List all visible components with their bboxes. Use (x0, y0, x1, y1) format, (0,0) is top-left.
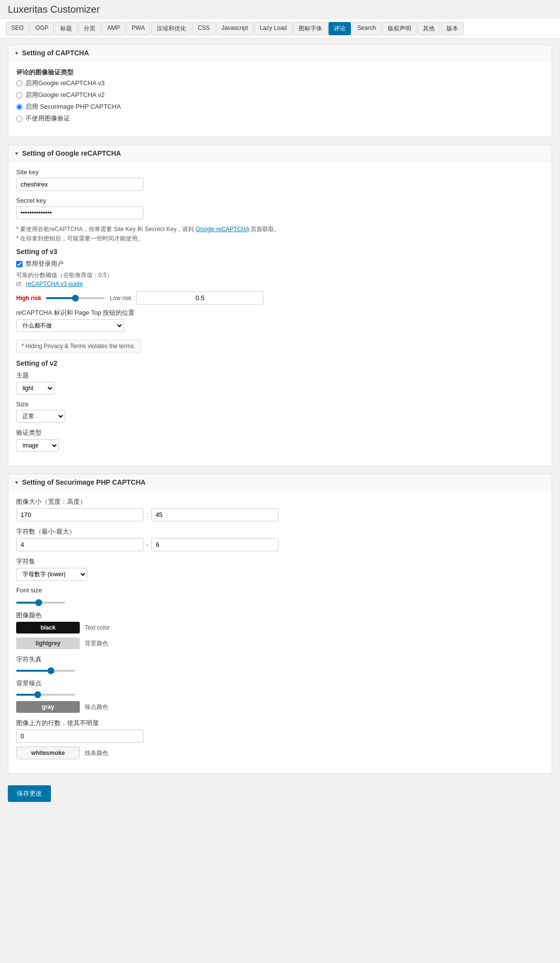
tab-css[interactable]: CSS (192, 22, 215, 35)
line-color-label: 线条颜色 (85, 749, 108, 757)
tab-iconfont[interactable]: 图标字体 (293, 22, 327, 35)
recaptcha-note1: * 要使用谷歌reCAPTCHA，你将需要 Site Key 和 Secrect… (16, 225, 544, 234)
securimage-section-title: Setting of Securimage PHP CAPTCHA (22, 478, 146, 486)
captcha-radio-securimage[interactable] (16, 104, 23, 110)
verify-type-label: 验证类型 (16, 428, 544, 437)
bg-color-swatch[interactable]: lightgrey (16, 637, 80, 649)
bg-color-label: 背景颜色 (85, 639, 108, 648)
char-max-input[interactable] (151, 538, 279, 551)
footer-actions: 保存更改 (8, 781, 552, 802)
tab-javascript[interactable]: Javascript (216, 22, 254, 35)
noise-slider[interactable] (16, 694, 75, 696)
recaptcha-link[interactable]: Google reCAPTCHA (196, 226, 249, 233)
image-color-group: 图像颜色 black Text color lightgrey 背景颜色 (16, 611, 544, 649)
font-size-slider-container (16, 598, 544, 605)
captcha-radio-recaptcha-v2[interactable] (16, 92, 23, 98)
tab-lazyload[interactable]: Lazy Load (255, 22, 292, 35)
position-dropdown[interactable]: 什么都不做 隐藏 (16, 319, 124, 332)
font-size-group: Font size (16, 587, 544, 605)
secret-key-input[interactable] (16, 206, 143, 219)
tab-pagination[interactable]: 分页 (78, 22, 101, 35)
captcha-option-recaptcha-v2[interactable]: 启用Google reCAPTCHA v2 (16, 91, 544, 99)
captcha-option-recaptcha-v3[interactable]: 启用Google reCAPTCHA v3 (16, 79, 544, 88)
position-label: reCAPTCHA 标识和 Page Top 按钮的位置 (16, 308, 544, 317)
tab-copyright[interactable]: 版权声明 (382, 22, 417, 35)
distort-group: 字符失真 (16, 655, 544, 673)
noise-color-label: 噪点颜色 (85, 703, 108, 711)
captcha-option-securimage[interactable]: 启用 Securimage PHP CAPTCHA (16, 102, 544, 111)
char-range-row: - (16, 538, 544, 551)
page-title: Luxeritas Customizer (0, 0, 560, 19)
position-group: reCAPTCHA 标识和 Page Top 按钮的位置 什么都不做 隐藏 (16, 308, 544, 332)
score-cf: cf. reCAPTCHA v3 guide (16, 281, 544, 287)
size-group: Size 正常 compact (16, 400, 544, 423)
google-recaptcha-section-title: Setting of Google reCAPTCHA (22, 149, 121, 157)
image-size-row: : (16, 508, 544, 521)
tab-search[interactable]: Search (352, 22, 381, 35)
image-height-input[interactable] (151, 508, 279, 521)
font-size-slider[interactable] (16, 602, 65, 604)
tab-title[interactable]: 标题 (55, 22, 77, 35)
recaptcha-note2: * 在你拿到密钥后，可能需要一些时间才能使用。 (16, 235, 544, 243)
site-key-group: Site key (16, 168, 544, 191)
charset-label: 字符集 (16, 557, 544, 566)
disable-login-users-label: 禁用登录用户 (25, 259, 64, 268)
recaptcha-v3-guide-link[interactable]: reCAPTCHA v3 guide (26, 281, 83, 287)
charset-group: 字符集 字母数字 (lower) 字母数字 (upper) 数字 (16, 557, 544, 581)
content-area: ▼ Setting of CAPTCHA 评论的图像验证类型 启用Google … (0, 39, 560, 808)
save-button[interactable]: 保存更改 (8, 785, 51, 802)
disable-login-users-checkbox[interactable] (16, 261, 23, 267)
text-color-swatch[interactable]: black (16, 622, 80, 634)
char-min-input[interactable] (16, 538, 143, 551)
size-dropdown[interactable]: 正常 compact (16, 410, 65, 423)
noise-color-row: gray 噪点颜色 (16, 701, 544, 713)
charset-dropdown[interactable]: 字母数字 (lower) 字母数字 (upper) 数字 (16, 568, 87, 581)
risk-value-input[interactable] (136, 291, 263, 305)
theme-label: 主题 (16, 371, 544, 380)
char-separator: - (146, 541, 148, 548)
theme-dropdown[interactable]: light dark (16, 382, 54, 395)
captcha-collapse-arrow[interactable]: ▼ (14, 50, 19, 56)
font-size-label: Font size (16, 587, 544, 594)
lines-input[interactable] (16, 729, 143, 743)
secret-key-group: Secret key (16, 197, 544, 219)
score-label: 可靠的分数阈值（谷歌推荐值：0.5） (16, 271, 544, 280)
captcha-radio-group: 启用Google reCAPTCHA v3 启用Google reCAPTCHA… (16, 79, 544, 123)
image-size-label: 图像大小（宽度：高度） (16, 497, 544, 506)
image-color-label: 图像颜色 (16, 611, 544, 620)
size-label: Size (16, 400, 544, 408)
lines-group: 图像上方的行数，使其不明显 whitesmoke 线条颜色 (16, 719, 544, 759)
captcha-section-header: ▼ Setting of CAPTCHA (8, 45, 552, 61)
site-key-input[interactable] (16, 178, 143, 191)
risk-slider[interactable] (46, 297, 105, 299)
verify-type-dropdown[interactable]: image audio (16, 439, 59, 452)
google-recaptcha-collapse-arrow[interactable]: ▼ (14, 151, 19, 156)
securimage-section-header: ▼ Setting of Securimage PHP CAPTCHA (8, 474, 552, 491)
bg-color-row: lightgrey 背景颜色 (16, 637, 544, 649)
noise-color-swatch[interactable]: gray (16, 701, 80, 713)
tab-comments[interactable]: 评论 (328, 22, 351, 35)
captcha-section: ▼ Setting of CAPTCHA 评论的图像验证类型 启用Google … (8, 45, 552, 137)
v3-title: Setting of v3 (16, 248, 544, 256)
distort-label: 字符失真 (16, 655, 544, 664)
captcha-type-label: 评论的图像验证类型 (16, 68, 544, 77)
image-width-input[interactable] (16, 508, 143, 521)
tab-others[interactable]: 其他 (418, 22, 440, 35)
captcha-option-none[interactable]: 不使用图像验证 (16, 114, 544, 123)
tab-amp[interactable]: AMP (102, 22, 125, 35)
distort-slider[interactable] (16, 670, 75, 672)
tab-pwa[interactable]: PWA (126, 22, 150, 35)
site-key-label: Site key (16, 168, 544, 176)
low-risk-label: Low risk (110, 295, 131, 302)
captcha-radio-recaptcha-v3[interactable] (16, 80, 23, 87)
high-risk-label: High risk (16, 295, 41, 302)
tab-seo[interactable]: SEO (6, 22, 29, 35)
tab-version[interactable]: 版本 (441, 22, 464, 35)
tab-bar: SEO OGP 标题 分页 AMP PWA 压缩和优化 CSS Javascri… (0, 19, 560, 39)
tab-compress[interactable]: 压缩和优化 (151, 22, 191, 35)
noise-label: 背景噪点 (16, 679, 544, 688)
captcha-radio-none[interactable] (16, 116, 23, 122)
line-color-swatch[interactable]: whitesmoke (16, 747, 80, 759)
tab-ogp[interactable]: OGP (30, 22, 54, 35)
securimage-collapse-arrow[interactable]: ▼ (14, 480, 19, 485)
